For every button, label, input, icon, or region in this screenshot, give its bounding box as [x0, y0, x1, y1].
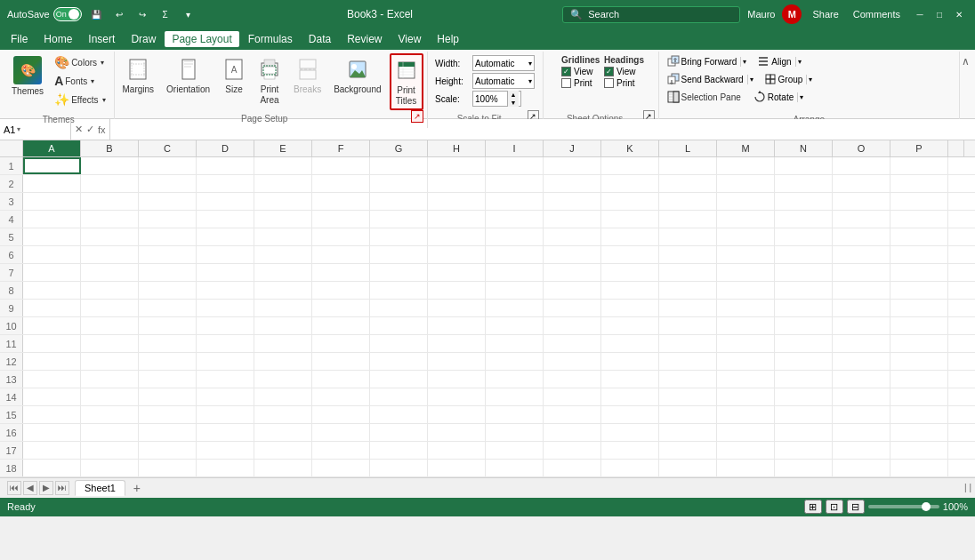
search-box[interactable]: 🔍 Search [562, 6, 740, 23]
group-arrow[interactable]: ▾ [806, 75, 814, 84]
cell-M8[interactable] [717, 282, 775, 299]
rotate-arrow[interactable]: ▾ [797, 92, 805, 102]
cell-C4[interactable] [139, 211, 197, 228]
cell-N9[interactable] [775, 300, 833, 316]
cell-A10[interactable] [23, 317, 81, 334]
col-header-I[interactable]: I [486, 140, 544, 156]
cell-E11[interactable] [254, 335, 312, 352]
cell-G18[interactable] [370, 460, 428, 476]
cell-C15[interactable] [139, 406, 197, 423]
rotate-main[interactable]: Rotate [750, 90, 797, 104]
cell-J16[interactable] [544, 424, 601, 441]
cell-H5[interactable] [428, 228, 486, 245]
view-break-btn[interactable]: ⊟ [847, 500, 865, 514]
last-sheet-btn[interactable]: ⏭ [55, 481, 69, 495]
cell-G6[interactable] [370, 246, 428, 263]
cell-L8[interactable] [659, 282, 717, 299]
cell-A7[interactable] [23, 264, 81, 281]
cell-J7[interactable] [544, 264, 601, 281]
gridlines-print-checkbox[interactable] [561, 78, 571, 88]
bring-forward-arrow[interactable]: ▾ [740, 57, 748, 67]
cell-K13[interactable] [601, 371, 659, 388]
cell-H3[interactable] [428, 193, 486, 210]
cell-D18[interactable] [197, 460, 254, 476]
undo-button[interactable]: ↩ [110, 5, 128, 23]
cell-G13[interactable] [370, 371, 428, 388]
cell-E7[interactable] [254, 264, 312, 281]
cell-D17[interactable] [197, 442, 254, 459]
menu-help[interactable]: Help [430, 31, 466, 47]
cell-G8[interactable] [370, 282, 428, 299]
menu-home[interactable]: Home [36, 31, 79, 47]
cell-B6[interactable] [81, 246, 139, 263]
cell-A3[interactable] [23, 193, 81, 210]
autosum-button[interactable]: Σ [157, 5, 174, 23]
cell-N16[interactable] [775, 424, 833, 441]
bring-forward-main[interactable]: Bring Forward [664, 54, 741, 68]
cell-I1[interactable] [486, 157, 544, 174]
cell-I9[interactable] [486, 300, 544, 316]
cell-A18[interactable] [23, 460, 81, 476]
cell-J14[interactable] [544, 388, 601, 405]
menu-insert[interactable]: Insert [81, 31, 122, 47]
cell-N11[interactable] [775, 335, 833, 352]
cell-K6[interactable] [601, 246, 659, 263]
cell-I8[interactable] [486, 282, 544, 299]
menu-formulas[interactable]: Formulas [241, 31, 300, 47]
next-sheet-btn[interactable]: ▶ [39, 481, 53, 495]
cell-F3[interactable] [312, 193, 370, 210]
cell-F17[interactable] [312, 442, 370, 459]
col-header-L[interactable]: L [659, 140, 717, 156]
cell-H11[interactable] [428, 335, 486, 352]
cell-H1[interactable] [428, 157, 486, 174]
cell-C14[interactable] [139, 388, 197, 405]
cell-I10[interactable] [486, 317, 544, 334]
cell-O8[interactable] [833, 282, 890, 299]
cell-L2[interactable] [659, 175, 717, 192]
cell-P10[interactable] [890, 317, 948, 334]
cell-K4[interactable] [601, 211, 659, 228]
cell-F7[interactable] [312, 264, 370, 281]
menu-data[interactable]: Data [302, 31, 338, 47]
gridlines-view-row[interactable]: ✓ View [561, 67, 597, 76]
cell-B17[interactable] [81, 442, 139, 459]
cell-N1[interactable] [775, 157, 833, 174]
cell-H9[interactable] [428, 300, 486, 316]
cell-E9[interactable] [254, 300, 312, 316]
col-header-J[interactable]: J [544, 140, 601, 156]
cell-D14[interactable] [197, 388, 254, 405]
col-header-F[interactable]: F [312, 140, 370, 156]
cell-B5[interactable] [81, 228, 139, 245]
maximize-button[interactable]: □ [931, 5, 948, 23]
cell-B7[interactable] [81, 264, 139, 281]
cell-M3[interactable] [717, 193, 775, 210]
cell-O14[interactable] [833, 388, 890, 405]
cell-P12[interactable] [890, 353, 948, 370]
cell-P17[interactable] [890, 442, 948, 459]
name-box[interactable]: A1 ▾ [0, 119, 71, 140]
cell-E10[interactable] [254, 317, 312, 334]
cell-H7[interactable] [428, 264, 486, 281]
cell-A11[interactable] [23, 335, 81, 352]
cell-J15[interactable] [544, 406, 601, 423]
print-area-button[interactable]: PrintArea [254, 53, 286, 108]
cell-P7[interactable] [890, 264, 948, 281]
cell-L17[interactable] [659, 442, 717, 459]
cell-K10[interactable] [601, 317, 659, 334]
cell-H17[interactable] [428, 442, 486, 459]
col-header-E[interactable]: E [254, 140, 312, 156]
cell-C10[interactable] [139, 317, 197, 334]
confirm-formula-icon[interactable]: ✓ [86, 124, 94, 135]
cell-M11[interactable] [717, 335, 775, 352]
cell-D13[interactable] [197, 371, 254, 388]
cell-P1[interactable] [890, 157, 948, 174]
cell-A16[interactable] [23, 424, 81, 441]
cell-M16[interactable] [717, 424, 775, 441]
cell-B4[interactable] [81, 211, 139, 228]
cell-F12[interactable] [312, 353, 370, 370]
cell-O2[interactable] [833, 175, 890, 192]
cell-I18[interactable] [486, 460, 544, 476]
cell-K7[interactable] [601, 264, 659, 281]
cell-J12[interactable] [544, 353, 601, 370]
cell-N15[interactable] [775, 406, 833, 423]
